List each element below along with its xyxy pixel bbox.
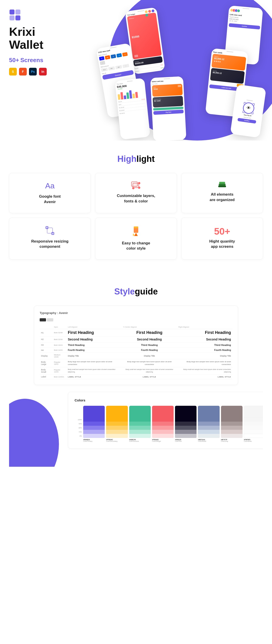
- resize-icon-wrapper: [15, 226, 85, 235]
- app-title: Krixi Wallet: [9, 26, 72, 51]
- sketch-icon: S: [9, 68, 17, 76]
- toggle-light[interactable]: [47, 318, 53, 322]
- bottom-section: Colors 100% 90% 80% 70% 8%: [9, 392, 263, 467]
- colors-label: Colors: [74, 398, 263, 402]
- table-row: H2 Bold 22/30 Second Heading Second Head…: [40, 336, 232, 342]
- svg-rect-18: [134, 226, 138, 228]
- logo: [9, 9, 21, 21]
- typography-card: Typography : Avenir Spec Left Aligned Y-…: [34, 306, 238, 385]
- toggle-dark[interactable]: [40, 318, 46, 322]
- feature-title-organized: All elementsare organized: [187, 192, 257, 203]
- color-col-bluegray: #6B7DAA ColorMuted: [198, 406, 220, 442]
- stack-icon-wrapper: [187, 181, 257, 188]
- svg-rect-15: [46, 227, 48, 228]
- stack-icon: [218, 181, 227, 188]
- tool-icons-row: S F Ps In: [9, 68, 72, 76]
- color-col-white: #F5F5F5 ColorWhite: [244, 406, 263, 442]
- col-left: Left Aligned: [66, 325, 122, 329]
- color-swatches-grid: #5646DA ColorPrimary #FFB30C: [83, 406, 263, 442]
- styleguide-section: Styleguide Typography : Avenir Spec Left…: [0, 273, 272, 476]
- typography-toggle[interactable]: [40, 318, 232, 322]
- col-center: Y-Center Aligned: [122, 325, 177, 329]
- svg-point-7: [138, 186, 140, 189]
- svg-rect-10: [219, 184, 226, 186]
- svg-rect-5: [133, 183, 139, 188]
- svg-rect-16: [52, 232, 54, 234]
- shade-labels: 100% 90% 80% 70% 8%: [74, 418, 82, 442]
- feature-customizable: Customizable layers,fonts & color: [95, 173, 177, 213]
- feature-color-style: Easy to changecolor style: [95, 218, 177, 260]
- styleguide-title: Styleguide: [9, 287, 263, 296]
- photoshop-icon: Ps: [29, 68, 37, 76]
- table-row: Display Medium 14/20 Display Title Displ…: [40, 353, 232, 359]
- phones-container: Your budget Balance $1000 Savings $5000.…: [100, 4, 268, 140]
- color-col-purple: #5646DA ColorPrimary: [83, 406, 105, 442]
- font-icon: Aa: [15, 181, 85, 190]
- col-right: Right Aligned: [177, 325, 232, 329]
- typography-label: Typography : Avenir: [40, 311, 232, 315]
- figma-icon: F: [19, 68, 27, 76]
- col-label: [40, 325, 52, 329]
- feature-screens: 50+ Hight quanlityapp screens: [181, 218, 263, 260]
- svg-point-8: [132, 187, 134, 189]
- table-row: Label Bold 12/20/1 LABEL STYLE LABEL STY…: [40, 374, 232, 379]
- svg-rect-3: [16, 16, 20, 20]
- invision-icon: In: [39, 68, 47, 76]
- feature-organized: All elementsare organized: [181, 173, 263, 213]
- resize-icon: [45, 226, 54, 235]
- features-grid-1: Aa Google fontAvenir Customizable layers…: [9, 173, 263, 213]
- color-col-red: #F55A62 ColorDanger: [152, 406, 174, 442]
- table-row: Body Large Regular 16/22 Body large text…: [40, 359, 232, 367]
- svg-point-6: [138, 182, 140, 184]
- phone-select-pay: Select card pay Your Cards Visa Visa VIS…: [150, 76, 186, 140]
- table-header-row: Spec Left Aligned Y-Center Aligned Right…: [40, 325, 232, 329]
- feature-responsive: Responsive resizingcomponent: [9, 218, 91, 260]
- color-col-dark: #050219 ColorText: [175, 406, 196, 442]
- svg-rect-9: [218, 186, 226, 187]
- screens-count: 50+ Screens: [9, 57, 72, 64]
- phone-calculator: This Week $46,908 ↑ $1,858 $2,078$2,000 …: [115, 78, 150, 140]
- svg-rect-2: [10, 16, 14, 20]
- svg-rect-11: [219, 182, 225, 184]
- color-icon-wrapper: [101, 226, 171, 237]
- highlight-title: Highlight: [9, 154, 263, 164]
- svg-marker-19: [134, 233, 138, 236]
- typography-table: Spec Left Aligned Y-Center Aligned Right…: [40, 325, 232, 379]
- layers-icon-wrapper: [101, 181, 171, 190]
- table-row: H4 Bold 14/20 Fourth Heading Fourth Head…: [40, 348, 232, 353]
- table-row: Body Small Regular 12/20 Body small text…: [40, 367, 232, 374]
- colors-card: Colors 100% 90% 80% 70% 8%: [68, 392, 263, 448]
- feature-title-layers: Customizable layers,fonts & color: [101, 193, 171, 204]
- feature-title-screens: Hight quanlityapp screens: [187, 239, 257, 250]
- col-spec: Spec: [52, 325, 66, 329]
- feature-title-color: Easy to changecolor style: [101, 240, 171, 252]
- color-change-icon: [132, 226, 140, 237]
- feature-title-font: Google fontAvenir: [15, 194, 85, 205]
- hero-section: Krixi Wallet 50+ Screens S F Ps In Your …: [0, 0, 272, 140]
- color-col-green: #40BC94 ColorSuccess: [129, 406, 151, 442]
- table-row: H1 Bold 32/36 First Heading First Headin…: [40, 329, 232, 336]
- screens-number: 50+: [187, 226, 257, 237]
- feature-title-responsive: Responsive resizingcomponent: [15, 239, 85, 250]
- svg-rect-20: [133, 234, 134, 236]
- svg-rect-1: [16, 10, 20, 14]
- hero-left-content: Krixi Wallet 50+ Screens S F Ps In: [9, 9, 72, 76]
- svg-rect-0: [10, 10, 14, 14]
- colors-container: 100% 90% 80% 70% 8%: [74, 406, 263, 442]
- feature-google-font: Aa Google fontAvenir: [9, 173, 91, 213]
- color-col-yellow: #FFB30C ColorSecondary: [106, 406, 128, 442]
- layers-icon: [131, 181, 141, 190]
- color-col-gray: #8F7F7F ColorGray: [221, 406, 242, 442]
- purple-blob: [9, 399, 59, 467]
- table-row: H3 Bold 16/24 Third Heading Third Headin…: [40, 342, 232, 348]
- highlight-section: Highlight Aa Google fontAvenir Customiza…: [0, 140, 272, 273]
- features-grid-2: Responsive resizingcomponent Easy to cha…: [9, 218, 263, 260]
